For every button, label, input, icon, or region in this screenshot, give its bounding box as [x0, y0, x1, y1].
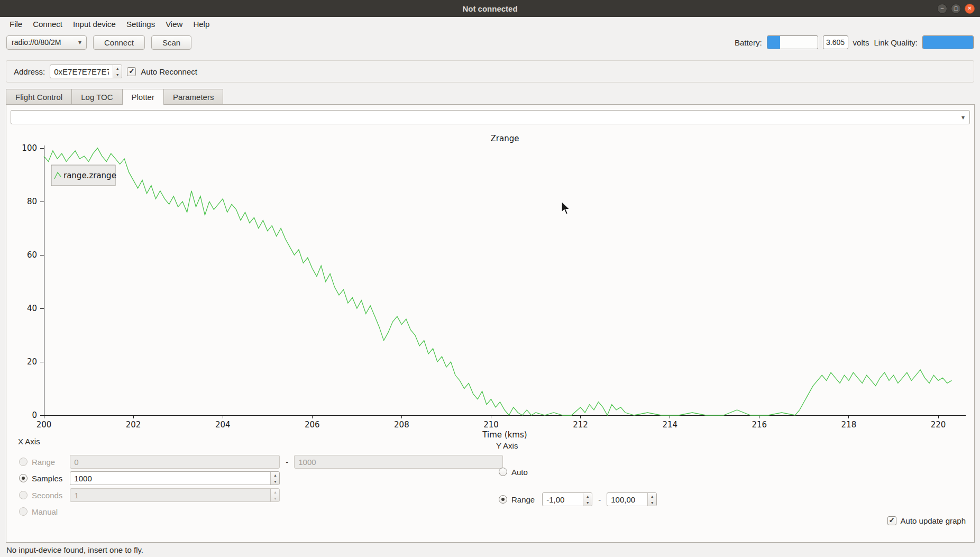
spin-down-icon[interactable]: ▼	[648, 499, 656, 506]
link-quality-bar	[922, 35, 974, 49]
seconds-input	[70, 489, 270, 501]
svg-text:Time (kms): Time (kms)	[482, 430, 527, 440]
svg-text:200: 200	[36, 420, 52, 430]
connect-button[interactable]: Connect	[93, 35, 145, 50]
svg-text:218: 218	[841, 420, 857, 430]
y-auto-label: Auto	[511, 468, 528, 477]
svg-text:216: 216	[752, 420, 767, 430]
menu-input-device[interactable]: Input device	[68, 18, 121, 30]
tab-parameters[interactable]: Parameters	[163, 89, 224, 105]
spin-up-icon[interactable]: ▲	[271, 472, 279, 478]
x-samples-row: Samples ▲ ▼	[19, 471, 280, 485]
menu-connect[interactable]: Connect	[28, 18, 68, 30]
spin-up-icon[interactable]: ▲	[113, 65, 122, 71]
voltage-value: 3.605	[823, 35, 848, 49]
menu-settings[interactable]: Settings	[121, 18, 160, 30]
samples-spin-buttons[interactable]: ▲ ▼	[270, 472, 279, 485]
seconds-spinbox: ▲ ▼	[70, 488, 280, 502]
x-axis-title: X Axis	[18, 437, 40, 446]
x-range-from-input	[70, 455, 280, 469]
connection-uri-select[interactable]: radio://0/80/2M ▾	[6, 35, 87, 50]
address-label: Address:	[14, 67, 45, 76]
scan-button[interactable]: Scan	[151, 35, 191, 50]
link-quality-fill	[923, 36, 973, 49]
auto-update-row: Auto update graph	[887, 516, 966, 525]
connection-toolbar: radio://0/80/2M ▾ Connect Scan Battery: …	[0, 31, 980, 54]
window-controls: – ▢ ✕	[937, 0, 975, 17]
spin-down-icon[interactable]: ▼	[583, 499, 592, 506]
spin-down-icon[interactable]: ▼	[271, 478, 279, 485]
y-min-spin-buttons[interactable]: ▲ ▼	[583, 493, 592, 506]
y-range-radio[interactable]	[499, 495, 507, 504]
svg-text:204: 204	[215, 420, 231, 430]
window-title: Not connected	[462, 4, 517, 13]
menubar: File Connect Input device Settings View …	[0, 17, 980, 31]
auto-update-checkbox[interactable]	[887, 516, 896, 525]
tab-label: Flight Control	[15, 93, 62, 102]
x-seconds-radio[interactable]	[19, 491, 28, 499]
x-range-label: Range	[32, 458, 55, 467]
x-seconds-row: Seconds ▲ ▼	[19, 488, 280, 502]
tabbar: Flight Control Log TOC Plotter Parameter…	[6, 89, 980, 105]
battery-bar	[767, 35, 818, 49]
address-frame: Address: ▲ ▼ Auto Reconnect	[6, 60, 974, 83]
mouse-cursor	[561, 201, 573, 216]
address-input[interactable]	[50, 65, 113, 78]
y-auto-radio[interactable]	[499, 468, 507, 476]
svg-text:212: 212	[573, 420, 588, 430]
y-range-row: Range ▲ ▼ - ▲ ▼	[499, 492, 657, 506]
menu-help[interactable]: Help	[188, 18, 215, 30]
y-auto-row: Auto	[499, 465, 528, 479]
range-separator: -	[597, 495, 602, 504]
y-max-spin-buttons[interactable]: ▲ ▼	[647, 493, 656, 506]
y-max-input[interactable]	[607, 493, 647, 506]
auto-reconnect-checkbox[interactable]	[127, 67, 136, 76]
spin-down-icon[interactable]: ▼	[113, 71, 122, 78]
svg-text:206: 206	[305, 420, 320, 430]
chevron-down-icon: ▾	[961, 114, 965, 121]
auto-update-label: Auto update graph	[901, 516, 966, 525]
y-min-spinbox[interactable]: ▲ ▼	[542, 492, 592, 506]
menu-file[interactable]: File	[4, 18, 28, 30]
x-range-to-input	[294, 455, 503, 469]
samples-input[interactable]	[70, 472, 270, 485]
spin-up-icon[interactable]: ▲	[583, 493, 592, 499]
y-min-input[interactable]	[543, 493, 583, 506]
tab-plotter[interactable]: Plotter	[122, 89, 164, 105]
minimize-button[interactable]: –	[937, 4, 947, 14]
x-range-radio[interactable]	[19, 458, 28, 466]
volts-label: volts	[853, 38, 869, 47]
titlebar: Not connected – ▢ ✕	[0, 0, 980, 17]
x-range-row: Range -	[19, 455, 503, 469]
app-window: Not connected – ▢ ✕ File Connect Input d…	[0, 0, 980, 557]
svg-text:100: 100	[22, 143, 37, 153]
link-quality-label: Link Quality:	[874, 38, 918, 47]
maximize-button[interactable]: ▢	[951, 4, 961, 14]
log-config-select[interactable]: ▾	[11, 110, 970, 124]
x-samples-radio[interactable]	[19, 474, 28, 482]
plot-canvas: 2002022042062082102122142162182200204060…	[13, 127, 972, 441]
chevron-down-icon: ▾	[78, 39, 81, 46]
svg-text:60: 60	[27, 250, 37, 260]
svg-text:220: 220	[931, 420, 946, 430]
y-max-spinbox[interactable]: ▲ ▼	[607, 492, 657, 506]
address-spinbox[interactable]: ▲ ▼	[50, 65, 122, 78]
samples-spinbox[interactable]: ▲ ▼	[70, 471, 280, 485]
address-spin-buttons[interactable]: ▲ ▼	[113, 65, 122, 78]
svg-text:40: 40	[27, 304, 37, 313]
tab-label: Parameters	[173, 93, 214, 102]
svg-text:0: 0	[32, 410, 37, 420]
spin-down-icon: ▼	[271, 495, 279, 501]
x-manual-radio[interactable]	[19, 507, 28, 516]
svg-text:range.zrange: range.zrange	[63, 171, 116, 180]
close-button[interactable]: ✕	[965, 4, 975, 14]
tab-log-toc[interactable]: Log TOC	[71, 89, 122, 105]
x-manual-label: Manual	[32, 507, 58, 516]
menu-view[interactable]: View	[160, 18, 188, 30]
tab-label: Log TOC	[81, 93, 113, 102]
seconds-spin-buttons: ▲ ▼	[270, 489, 279, 501]
x-samples-label: Samples	[32, 474, 62, 483]
tab-flight-control[interactable]: Flight Control	[6, 89, 72, 105]
svg-text:202: 202	[126, 420, 141, 430]
spin-up-icon[interactable]: ▲	[648, 493, 656, 499]
